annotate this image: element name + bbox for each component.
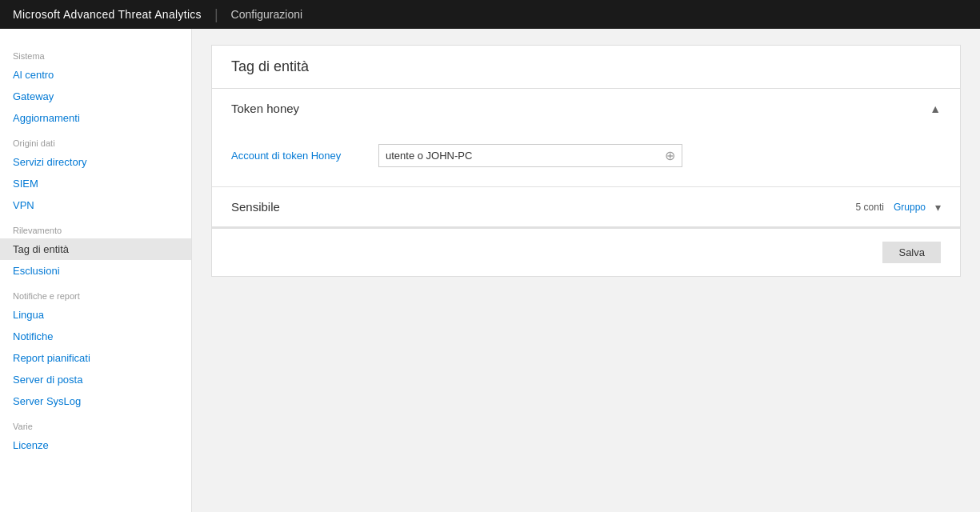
- token-honey-body: Account di token Honey ⊕: [212, 128, 960, 186]
- sensibile-section: Sensibile 5 conti Gruppo ▾: [212, 187, 960, 228]
- app-title: Microsoft Advanced Threat Analytics: [13, 8, 202, 21]
- token-honey-title: Token honey: [231, 102, 299, 115]
- sidebar-item-al-centro[interactable]: Al centro: [0, 64, 191, 86]
- sensibile-header[interactable]: Sensibile 5 conti Gruppo ▾: [212, 187, 960, 227]
- sidebar-item-siem[interactable]: SIEM: [0, 173, 191, 194]
- main-content: Tag di entità Token honey ▲ Account di t…: [192, 29, 980, 512]
- sidebar-item-notifiche[interactable]: Notifiche: [0, 326, 191, 347]
- sidebar-item-gateway[interactable]: Gateway: [0, 86, 191, 107]
- sidebar-item-aggiornamenti[interactable]: Aggiornamenti: [0, 107, 191, 129]
- sensibile-title: Sensibile: [231, 200, 280, 214]
- token-honey-header[interactable]: Token honey ▲: [212, 89, 960, 128]
- sensibile-right: 5 conti Gruppo ▾: [856, 201, 941, 214]
- sidebar-item-servizi-directory[interactable]: Servizi directory: [0, 151, 191, 173]
- layout: Sistema Al centro Gateway Aggiornamenti …: [0, 29, 980, 512]
- sidebar-section-rilevamento: Rilevamento: [0, 216, 191, 238]
- sidebar-section-origini-dati: Origini dati: [0, 129, 191, 151]
- sidebar-item-esclusioni[interactable]: Esclusioni: [0, 260, 191, 282]
- sensibile-group: Gruppo: [894, 202, 926, 213]
- page-card: Tag di entità Token honey ▲ Account di t…: [211, 45, 961, 277]
- sidebar-item-vpn[interactable]: VPN: [0, 194, 191, 216]
- token-honey-input[interactable]: [386, 150, 658, 162]
- token-honey-section: Token honey ▲ Account di token Honey ⊕: [212, 89, 960, 187]
- sensibile-chevron-icon: ▾: [935, 201, 941, 214]
- sidebar-item-lingua[interactable]: Lingua: [0, 304, 191, 326]
- topbar-config-label: Configurazioni: [231, 8, 303, 21]
- token-honey-field-label: Account di token Honey: [231, 150, 359, 162]
- page-title: Tag di entità: [231, 58, 941, 75]
- sidebar-section-varie: Varie: [0, 412, 191, 434]
- token-honey-chevron-icon: ▲: [930, 102, 941, 115]
- token-honey-input-wrapper: ⊕: [378, 144, 682, 167]
- sidebar-section-sistema: Sistema: [0, 42, 191, 64]
- add-token-icon[interactable]: ⊕: [665, 148, 675, 163]
- sidebar-item-server-di-posta[interactable]: Server di posta: [0, 369, 191, 390]
- topbar-divider: |: [214, 6, 218, 23]
- save-area: Salva: [212, 228, 960, 276]
- sensibile-count: 5 conti: [856, 202, 884, 213]
- sidebar-item-licenze[interactable]: Licenze: [0, 434, 191, 456]
- page-header: Tag di entità: [212, 46, 960, 89]
- sidebar-item-server-syslog[interactable]: Server SysLog: [0, 390, 191, 412]
- sidebar-section-notifiche-report: Notifiche e report: [0, 282, 191, 304]
- sidebar-item-tag-di-entita[interactable]: Tag di entità: [0, 238, 191, 260]
- token-honey-field-row: Account di token Honey ⊕: [231, 144, 941, 167]
- topbar: Microsoft Advanced Threat Analytics | Co…: [0, 0, 980, 29]
- save-button[interactable]: Salva: [882, 242, 941, 263]
- sidebar: Sistema Al centro Gateway Aggiornamenti …: [0, 29, 192, 512]
- sidebar-item-report-pianificati[interactable]: Report pianificati: [0, 347, 191, 369]
